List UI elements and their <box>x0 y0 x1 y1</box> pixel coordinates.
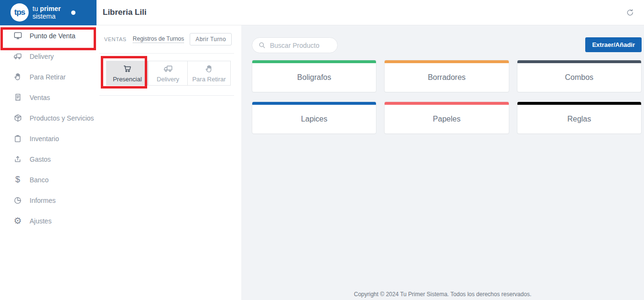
registros-de-turnos-link[interactable]: Registros de Turnos <box>133 35 184 43</box>
sale-type-tabs: Presencial Delivery Para Retirar <box>106 61 241 86</box>
sidebar-item-productos-y-servicios[interactable]: Productos y Servicios <box>0 108 96 128</box>
sidebar-item-ajustes[interactable]: ⚙ Ajustes <box>0 211 96 231</box>
sidebar-item-label: Ajustes <box>30 217 52 225</box>
brand-line2: sistema <box>32 12 61 20</box>
product-toolbar: Extraer/Añadir <box>241 25 644 53</box>
search-input[interactable] <box>270 42 332 49</box>
receipt-icon <box>13 93 22 102</box>
tab-delivery[interactable]: Delivery <box>148 61 188 86</box>
sidebar-item-label: Productos y Servicios <box>30 114 94 122</box>
hand-icon <box>204 64 215 74</box>
sidebar-item-ventas[interactable]: Ventas <box>0 87 96 108</box>
cart-icon <box>122 64 133 74</box>
sidebar-item-label: Informes <box>30 197 55 204</box>
gear-icon: ⚙ <box>13 216 22 226</box>
product-search[interactable] <box>252 37 338 53</box>
sidebar-item-label: Ventas <box>30 94 50 101</box>
tab-label: Presencial <box>113 76 142 83</box>
brand-name: tu primer sistema <box>32 5 61 20</box>
sales-panel-header: VENTAS Registros de Turnos Abrir Turno <box>96 25 241 53</box>
sales-panel: VENTAS Registros de Turnos Abrir Turno P… <box>96 25 241 300</box>
truck-icon <box>13 52 22 61</box>
sidebar-item-label: Punto de Venta <box>30 32 75 40</box>
sidebar-item-gastos[interactable]: Gastos <box>0 149 96 169</box>
sidebar: Punto de Venta Delivery Para Retirar Ven… <box>0 25 96 300</box>
extraer-anadir-button[interactable]: Extraer/Añadir <box>585 37 642 52</box>
pie-chart-icon <box>13 196 22 205</box>
top-header-bar: tps tu primer sistema Libreria Lili <box>0 0 644 25</box>
abrir-turno-button[interactable]: Abrir Turno <box>190 33 232 45</box>
main-content: Extraer/Añadir Boligrafos Borradores Com… <box>241 25 644 300</box>
category-card-boligrafos[interactable]: Boligrafos <box>252 60 376 92</box>
ventas-section-label: VENTAS <box>104 36 127 42</box>
sidebar-item-banco[interactable]: $ Banco <box>0 169 96 190</box>
tab-label: Delivery <box>157 76 179 83</box>
sidebar-item-punto-de-venta[interactable]: Punto de Venta <box>0 25 96 46</box>
brand-line1-bold: primer <box>40 5 61 12</box>
panel-divider-top <box>99 53 234 54</box>
page-title: Libreria Lili <box>103 8 147 17</box>
brand-line1: tu <box>32 5 40 12</box>
brand-logo: tps tu primer sistema <box>0 0 97 25</box>
sidebar-item-label: Banco <box>30 176 49 184</box>
hand-icon <box>13 72 22 82</box>
sidebar-item-label: Para Retirar <box>30 73 65 81</box>
category-card-papeles[interactable]: Papeles <box>384 101 509 134</box>
sidebar-collapse-dot[interactable] <box>71 11 75 15</box>
refresh-icon[interactable] <box>624 7 636 19</box>
tab-label: Para Retirar <box>192 76 225 83</box>
sidebar-item-label: Gastos <box>30 156 51 163</box>
category-label: Combos <box>517 63 641 92</box>
category-card-borradores[interactable]: Borradores <box>384 60 509 92</box>
package-icon <box>13 113 22 123</box>
tab-para-retirar[interactable]: Para Retirar <box>187 61 231 86</box>
category-card-reglas[interactable]: Reglas <box>517 101 642 134</box>
category-label: Borradores <box>385 63 508 92</box>
dollar-icon: $ <box>13 175 22 185</box>
tab-presencial[interactable]: Presencial <box>106 61 149 86</box>
category-label: Papeles <box>385 105 508 133</box>
sidebar-item-label: Delivery <box>30 53 54 60</box>
panel-divider-bottom <box>99 95 234 96</box>
category-card-combos[interactable]: Combos <box>517 60 642 92</box>
category-label: Lapices <box>252 105 376 133</box>
sidebar-item-informes[interactable]: Informes <box>0 190 96 211</box>
sidebar-item-para-retirar[interactable]: Para Retirar <box>0 67 96 87</box>
sidebar-item-delivery[interactable]: Delivery <box>0 46 96 67</box>
category-label: Reglas <box>517 105 641 133</box>
category-label: Boligrafos <box>252 63 376 92</box>
sidebar-item-label: Inventario <box>30 135 59 143</box>
monitor-icon <box>13 31 22 41</box>
truck-icon <box>163 64 173 74</box>
app-window: tps tu primer sistema Libreria Lili Punt… <box>0 0 644 300</box>
sidebar-item-inventario[interactable]: Inventario <box>0 128 96 149</box>
search-icon <box>258 41 266 49</box>
upload-icon <box>13 155 22 164</box>
clipboard-icon <box>13 134 22 144</box>
copyright-footer: Copyright © 2024 Tu Primer Sistema. Todo… <box>241 291 644 298</box>
brand-logo-icon: tps <box>11 3 29 22</box>
category-card-lapices[interactable]: Lapices <box>252 101 376 134</box>
category-grid: Boligrafos Borradores Combos Lapices Pap… <box>252 60 642 134</box>
